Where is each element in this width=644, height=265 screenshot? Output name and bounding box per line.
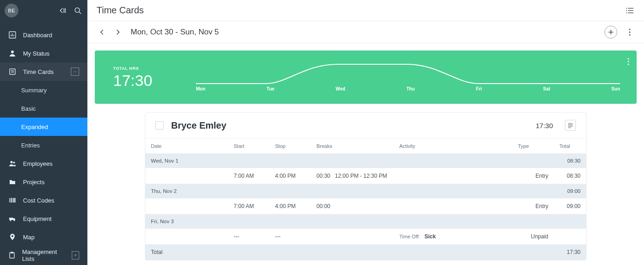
person-header: Bryce Emley 17:30 [145,113,586,139]
sidebar-item-equipment[interactable]: Equipment [0,209,87,228]
cell-total [554,229,586,244]
col-stop: Stop [270,139,311,153]
chart-day-sat: Sat [543,86,551,91]
cell-stop: --- [270,229,311,244]
cell-total: 09:00 [554,198,586,214]
user-icon [8,49,17,57]
svg-rect-24 [10,253,14,258]
sidebar-item-label: Entries [21,142,40,149]
chevron-right-icon[interactable] [112,27,123,38]
sidebar-item-time-cards[interactable]: Time Cards − [0,62,87,81]
col-total: Total [554,139,586,153]
chart-day-sun: Sun [611,86,620,91]
cell-start: 7:00 AM [228,168,270,184]
sidebar-item-label: Time Cards [23,68,54,75]
sidebar-item-my-status[interactable]: My Status [0,44,87,62]
col-type: Type [512,139,554,153]
svg-point-38 [628,61,629,62]
avatar[interactable]: BE [5,4,18,17]
collapse-icon[interactable] [59,6,69,16]
svg-point-13 [13,162,15,164]
table-row[interactable]: ------Time Off:SickUnpaid [145,229,586,244]
svg-point-2 [75,8,80,12]
sidebar-subitem-summary[interactable]: Summary [0,81,87,99]
titlebar: Time Cards [87,0,644,21]
collapse-group-icon[interactable]: − [71,68,79,76]
view-list-icon[interactable] [625,6,635,16]
list-icon [8,68,17,76]
sidebar-item-employees[interactable]: Employees [0,154,87,173]
expand-group-icon[interactable]: + [72,251,79,259]
sidebar-item-cost-codes[interactable]: Cost Codes [0,191,87,209]
svg-line-3 [79,12,81,14]
sidebar-item-label: Map [23,234,34,241]
sidebar-subitem-expanded[interactable]: Expanded [0,118,87,136]
truck-icon [8,214,17,223]
cell-stop: 4:00 PM [270,168,311,184]
sidebar-item-management-lists[interactable]: Management Lists + [0,246,87,265]
select-person-checkbox[interactable] [155,121,164,130]
notes-icon[interactable] [565,120,576,131]
total-label: Total [145,244,554,260]
chart-day-wed: Wed [336,86,345,91]
chart-day-thu: Thu [406,86,414,91]
sidebar-item-label: Expanded [21,124,48,130]
sidebar-item-label: Employees [23,160,52,167]
page-title: Time Cards [97,5,144,16]
svg-rect-9 [10,69,15,74]
summary-more-icon[interactable] [627,58,629,65]
more-menu-icon[interactable] [625,27,635,37]
main: Time Cards Mon, Oct 30 - Sun, Nov 5 TOT [87,0,644,265]
sidebar-item-label: My Status [23,50,50,57]
svg-point-36 [629,34,631,35]
search-icon[interactable] [73,6,83,16]
svg-rect-20 [9,218,13,220]
content: TOTAL HRS 17:30 Mon Tue Wed Thu Fri Sat … [87,43,644,265]
cell-date [145,198,228,214]
svg-rect-25 [11,252,13,253]
day-total: 09:00 [554,184,586,198]
total-hrs-label: TOTAL HRS [113,66,178,71]
cell-breaks [311,229,394,244]
cell-activity [394,168,512,184]
person-name: Bryce Emley [171,120,226,131]
grand-total: 17:30 [554,244,586,260]
person-card: Bryce Emley 17:30 Date Start Stop Breaks [145,112,586,260]
total-hrs-value: 17:30 [113,72,178,90]
folder-icon [8,178,17,186]
sidebar-item-map[interactable]: Map [0,228,87,246]
col-start: Start [228,139,270,153]
cell-type: Entry [512,198,554,214]
clipboard-icon [8,251,16,259]
cell-activity [394,198,512,214]
chart-day-fri: Fri [476,86,482,91]
sidebar-item-dashboard[interactable]: Dashboard [0,26,87,44]
cell-start: 7:00 AM [228,198,270,214]
table-row: Thu, Nov 209:00 [145,184,586,198]
sidebar: BE Dashboard My Status Time Cards − Summ… [0,0,87,265]
svg-point-21 [10,220,12,221]
cell-date [145,229,228,244]
cell-type: Unpaid [512,229,554,244]
add-button[interactable] [604,26,617,39]
date-range[interactable]: Mon, Oct 30 - Sun, Nov 5 [131,28,219,37]
cell-type: Entry [512,168,554,184]
rangebar: Mon, Oct 30 - Sun, Nov 5 [87,21,644,43]
sidebar-item-label: Cost Codes [23,197,54,204]
svg-point-12 [11,161,13,164]
day-date: Thu, Nov 2 [145,184,554,198]
sidebar-item-label: Management Lists [22,248,65,262]
svg-point-22 [14,220,15,221]
col-activity: Activity [394,139,512,153]
day-total [554,214,586,229]
sidebar-item-projects[interactable]: Projects [0,173,87,191]
table-row[interactable]: 7:00 AM4:00 PM00:30 12:00 PM - 12:30 PME… [145,168,586,184]
sidebar-subitem-entries[interactable]: Entries [0,136,87,154]
table-row[interactable]: 7:00 AM4:00 PM00:00Entry09:00 [145,198,586,214]
chevron-left-icon[interactable] [97,27,108,38]
chart-day-tue: Tue [267,86,275,91]
table-row: Total17:30 [145,244,586,260]
sidebar-item-label: Projects [23,179,45,186]
sidebar-subitem-basic[interactable]: Basic [0,99,87,118]
timecard-table: Date Start Stop Breaks Activity Type Tot… [145,139,586,260]
